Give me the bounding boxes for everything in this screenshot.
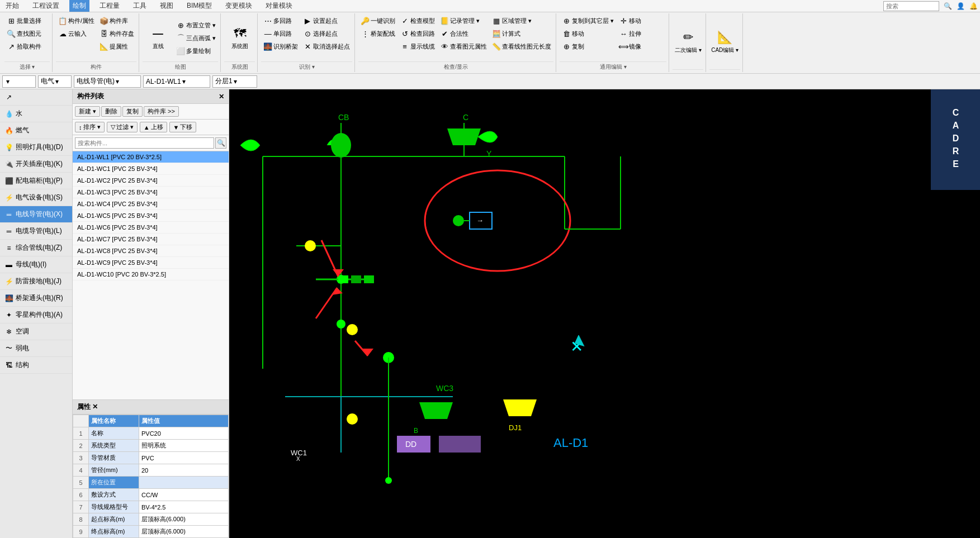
line-btn[interactable]: ─ 直线 — [143, 18, 173, 58]
list-item[interactable]: AL-D1-WL1 [PVC 20 BV-3*2.5] — [73, 151, 229, 163]
list-item[interactable]: AL-D1-WC4 [PVC 25 BV-3*4] — [73, 198, 229, 210]
cad-edit-btn[interactable]: 📐 CAD编辑 ▾ — [709, 22, 740, 61]
close-panel-btn[interactable]: ✕ — [219, 93, 224, 101]
dropdown-1[interactable]: ▾ — [2, 75, 36, 88]
filter-btn[interactable]: ▽ 过滤 ▾ — [107, 122, 138, 132]
sidebar-item-zero-star[interactable]: ✦ 零星构件(电)(A) — [0, 307, 72, 323]
sidebar-item-structure[interactable]: 🏗 结构 — [0, 357, 72, 374]
stretch-btn[interactable]: ↔ 拉伸 — [617, 27, 643, 40]
batch-select-btn[interactable]: ⊞ 批量选择 — [4, 15, 44, 27]
prop-value-7[interactable]: BV-4*2.5 — [139, 501, 229, 513]
menu-tools[interactable]: 工具 — [130, 0, 150, 12]
sidebar-item-lightning[interactable]: ⚡ 防雷接地(电)(J) — [0, 273, 72, 290]
component-search-input[interactable] — [75, 137, 214, 149]
copy-to-layer-btn[interactable]: ⊕ 复制到其它层 ▾ — [560, 15, 616, 27]
legal-btn[interactable]: ✔ 合法性 — [438, 27, 489, 40]
sidebar-item-wire-pipe[interactable]: ═ 电线导管(电)(X) — [0, 206, 72, 223]
single-route-btn[interactable]: — 单回路 — [261, 27, 300, 40]
check-loop-btn[interactable]: ↺ 检查回路 — [398, 27, 437, 40]
sidebar-item-lighting[interactable]: 💡 照明灯具(电)(D) — [0, 139, 72, 156]
copy-component-btn[interactable]: 复制 — [122, 106, 143, 117]
user-icon[interactable]: 👤 — [957, 2, 965, 10]
sidebar-item-bus[interactable]: ▬ 母线(电)(I) — [0, 256, 72, 273]
cloud-import-btn[interactable]: ☁ 云输入 — [56, 27, 97, 40]
layout-pipe-btn[interactable]: ⊕ 布置立管 ▾ — [174, 19, 218, 31]
cancel-select-start-btn[interactable]: ✕ 取消选择起点 — [301, 40, 352, 53]
sidebar-item-elec-equip[interactable]: ⚡ 电气设备(电)(S) — [0, 189, 72, 206]
dropdown-layer[interactable]: 分层1 ▾ — [212, 75, 257, 88]
sidebar-item-bridge-joint[interactable]: 🌉 桥架通头(电)(R) — [0, 290, 72, 307]
prop-value-3[interactable]: PVC — [139, 452, 229, 464]
sidebar-item-aircon[interactable]: ❄ 空调 — [0, 323, 72, 340]
sidebar-item-switch[interactable]: 🔌 开关插座(电)(K) — [0, 156, 72, 173]
list-item[interactable]: AL-D1-WC6 [PVC 25 BV-3*4] — [73, 222, 229, 234]
set-start-btn[interactable]: ▶ 设置起点 — [301, 15, 352, 27]
search-icon[interactable]: 🔍 — [944, 2, 952, 10]
menu-project-settings[interactable]: 工程设置 — [29, 0, 63, 12]
elevation-attr-btn[interactable]: 📐 提属性 — [97, 40, 136, 53]
menu-view[interactable]: 视图 — [157, 0, 177, 12]
component-attr-btn[interactable]: 📋 构件/属性 — [56, 15, 97, 27]
menu-quantity[interactable]: 工程量 — [96, 0, 123, 12]
multi-route-btn[interactable]: ⋯ 多回路 — [261, 15, 300, 27]
menu-quantity-module[interactable]: 对量模块 — [262, 0, 296, 12]
list-item[interactable]: AL-D1-WC9 [PVC 25 BV-3*4] — [73, 257, 229, 269]
component-lib-btn2[interactable]: 构件库 >> — [144, 106, 179, 117]
menu-start[interactable]: 开始 — [2, 0, 22, 12]
component-lib-btn[interactable]: 📦 构件库 — [97, 15, 136, 27]
sidebar-item-distribution[interactable]: ⬛ 配电箱柜(电)(P) — [0, 173, 72, 189]
find-element-btn[interactable]: 🔍 查找图元 — [4, 27, 44, 40]
prop-value-8[interactable]: 层顶标高(6.000) — [139, 513, 229, 526]
menu-bim[interactable]: BIM模型 — [183, 0, 215, 12]
sort-btn[interactable]: ↕ 排序 ▾ — [75, 122, 105, 132]
check-model-btn[interactable]: ✓ 检查模型 — [398, 15, 437, 27]
view-line-len-btn[interactable]: 📏 查看线性图元长度 — [490, 40, 553, 53]
close-properties-btn[interactable]: ✕ — [92, 403, 98, 411]
new-component-btn[interactable]: 新建 ▾ — [75, 106, 100, 117]
delete-component-btn[interactable]: 删除 — [101, 106, 121, 117]
down-btn[interactable]: ▼ 下移 — [169, 122, 197, 132]
show-lines-btn[interactable]: ≡ 显示线缆 — [398, 40, 437, 53]
area-mgmt-btn[interactable]: ▦ 区域管理 ▾ — [490, 15, 553, 27]
move-btn[interactable]: ✛ 移动 — [617, 15, 643, 27]
list-item[interactable]: AL-D1-WC7 [PVC 25 BV-3*4] — [73, 234, 229, 245]
dropdown-al-d1[interactable]: AL-D1-WL1 ▾ — [143, 75, 210, 88]
copy-btn[interactable]: ⊕ 复制 — [560, 40, 616, 53]
prop-value-5[interactable] — [139, 477, 229, 489]
menu-draw[interactable]: 绘制 — [69, 0, 89, 12]
list-item[interactable]: AL-D1-WC3 [PVC 25 BV-3*4] — [73, 187, 229, 198]
prop-value-6[interactable]: CC/W — [139, 489, 229, 501]
sidebar-item-select[interactable]: ↗ — [0, 89, 72, 106]
delete-btn[interactable]: 🗑 移动 — [560, 27, 616, 40]
prop-value-1[interactable]: PVC20 — [139, 427, 229, 440]
sidebar-item-综合[interactable]: ≡ 综合管线(电)(Z) — [0, 240, 72, 256]
dropdown-electric[interactable]: 电气 ▾ — [38, 75, 72, 88]
dropdown-wire-pipe[interactable]: 电线导管(电) ▾ — [74, 75, 141, 88]
prop-value-9[interactable]: 层顶标高(6.000) — [139, 526, 229, 538]
sidebar-item-water[interactable]: 💧 水 — [0, 106, 72, 122]
component-search-btn[interactable]: 🔍 — [215, 137, 226, 149]
notification-icon[interactable]: 🔔 — [969, 2, 978, 10]
bridge-distribute-btn[interactable]: ⋮ 桥架配线 — [358, 27, 397, 40]
identify-bridge-btn[interactable]: 🌉 识别桥架 — [261, 40, 300, 53]
list-item[interactable]: AL-D1-WC5 [PVC 25 BV-3*4] — [73, 210, 229, 222]
prop-value-2[interactable]: 照明系统 — [139, 440, 229, 452]
sidebar-item-cable-pipe[interactable]: ═ 电缆导管(电)(L) — [0, 223, 72, 240]
list-item[interactable]: AL-D1-WC1 [PVC 25 BV-3*4] — [73, 163, 229, 175]
one-key-identify-btn[interactable]: 🔑 一键识别 — [358, 15, 397, 27]
secondary-edit-btn[interactable]: ✏ 二次编辑 ▾ — [673, 22, 703, 61]
menu-change[interactable]: 变更模块 — [222, 0, 255, 12]
list-item[interactable]: AL-D1-WC2 [PVC 25 BV-3*4] — [73, 175, 229, 187]
view-elem-prop-btn[interactable]: 👁 查看图元属性 — [438, 40, 489, 53]
up-btn[interactable]: ▲ 上移 — [140, 122, 167, 132]
batch-produce-btn[interactable]: ⬜ 多量绘制 — [174, 45, 218, 57]
component-store-btn[interactable]: 🗄 构件存盘 — [97, 27, 136, 40]
cad-canvas[interactable]: CB C Y → — [229, 89, 980, 538]
list-item[interactable]: AL-D1-WC10 [PVC 20 BV-3*2.5] — [73, 269, 229, 280]
prop-value-4[interactable]: 20 — [139, 464, 229, 477]
search-input[interactable] — [883, 1, 939, 11]
record-mgmt-btn[interactable]: 📒 记录管理 ▾ — [438, 15, 489, 27]
list-item[interactable]: AL-D1-WC8 [PVC 25 BV-3*4] — [73, 245, 229, 257]
select-start-btn[interactable]: ⊙ 选择起点 — [301, 27, 352, 40]
arc-btn[interactable]: ⌒ 三点画弧 ▾ — [174, 32, 218, 44]
